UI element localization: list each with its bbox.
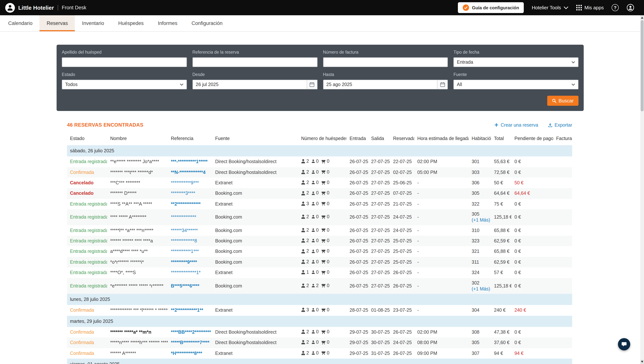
scroll-down-arrow[interactable] — [640, 360, 644, 364]
reference-link[interactable]: **2***********1** — [171, 308, 203, 313]
reservation-row[interactable]: Entrada registrada*e******* ***** ***** … — [67, 278, 572, 294]
invoice-cell — [553, 338, 572, 348]
setup-guide-button[interactable]: Guía de configuración — [458, 2, 524, 13]
adult-count: 2 — [306, 190, 309, 196]
reference-link[interactable]: **2************* — [171, 202, 201, 207]
reference-link[interactable]: ***-**********1***** — [171, 159, 208, 164]
chat-launcher-button[interactable] — [618, 338, 630, 350]
child-icon — [312, 260, 315, 264]
reference-link[interactable]: **N-*************4 — [171, 170, 206, 175]
plus-icon — [494, 123, 498, 127]
total-amount: 65,88 € — [491, 246, 512, 257]
reservation-row[interactable]: Entrada registrada****O*, ****S*********… — [67, 267, 572, 278]
scrollbar-thumb[interactable] — [641, 20, 644, 111]
booked-date: 26-07-25 — [390, 267, 414, 278]
adult-count: 2 — [306, 259, 309, 265]
reservation-row[interactable]: Entrada registrada*o*r****** ******i****… — [67, 257, 572, 268]
reservation-row[interactable]: Entrada registradaa****d**** **** *u****… — [67, 246, 572, 257]
reservation-row[interactable]: Entrada registrada****** ****** **** ***… — [67, 236, 572, 246]
status-select[interactable]: Todos — [62, 80, 187, 89]
my-apps-button[interactable]: Mis apps — [576, 5, 604, 10]
reservation-row[interactable]: Confirmada******* ***t*** ******d***N-**… — [67, 167, 572, 178]
booking-source: Direct Booking/hostalsoldirect — [212, 338, 298, 348]
reference-link[interactable]: *********9**** — [171, 260, 197, 265]
export-link[interactable]: Exportar — [548, 122, 572, 128]
reservation-row[interactable]: Confirmada************ *** *l****** * **… — [67, 305, 572, 316]
status-badge: Entrada registrada — [70, 238, 107, 244]
total-amount: 125,18 € — [491, 209, 512, 225]
search-button[interactable]: Buscar — [547, 96, 578, 106]
column-header: Factura — [553, 133, 572, 145]
eta: 02:00 PM — [414, 156, 469, 167]
help-icon[interactable]: ? — [612, 4, 619, 11]
reservation-row[interactable]: Confirmada*****n**** *****h*** ****** **… — [67, 338, 572, 348]
reference-link[interactable]: ***********1*** — [171, 249, 199, 254]
booked-date: 02-07-25 — [390, 167, 414, 178]
child-count: 0 — [316, 180, 319, 186]
hotelier-tools-menu[interactable]: Hotelier Tools — [532, 5, 568, 10]
account-icon[interactable] — [626, 4, 634, 12]
source-select[interactable]: All — [454, 80, 579, 89]
status-badge: Cancelado — [70, 191, 94, 196]
scroll-up-arrow[interactable] — [640, 15, 644, 20]
reservation-row[interactable]: Confirmada****** A*******H**********8***… — [67, 348, 572, 358]
reservation-row[interactable]: Cancelado***C*** *******************9***… — [67, 178, 572, 188]
reference-link[interactable]: ************** — [171, 215, 196, 220]
reservation-row[interactable]: Entrada registrada*****l** *a*** ***n***… — [67, 225, 572, 236]
create-reservation-link[interactable]: Crear una reserva — [494, 122, 538, 128]
tab-reservas[interactable]: Reservas — [40, 15, 75, 31]
help-glyph: ? — [614, 5, 617, 10]
date-type-select[interactable]: Entrada — [454, 57, 579, 67]
reference-link[interactable]: ******34****** — [171, 228, 198, 233]
infant-count: 0 — [327, 307, 330, 313]
guest-counts: 200 — [301, 329, 332, 335]
tab-huespedes[interactable]: Huéspedes — [111, 15, 151, 31]
reservation-row[interactable]: Entrada registrada**** ***** A**********… — [67, 209, 572, 225]
guest-counts: 200 — [301, 158, 332, 164]
guest-lastname-input[interactable] — [62, 57, 187, 67]
date-group-header: viernes, 01 agosto 2025 — [67, 358, 572, 364]
reservation-row[interactable]: Entrada registrada**e***** ******** Jo*a… — [67, 156, 572, 167]
reference-link[interactable]: *H**********8*** — [171, 350, 202, 356]
booking-source: Extranet — [212, 305, 298, 316]
reservation-row[interactable]: Entrada registrada****S **A** ***A *****… — [67, 199, 572, 210]
tab-calendario[interactable]: Calendario — [1, 15, 40, 31]
pending-amount: 0 € — [512, 257, 553, 268]
room-more-link[interactable]: (+1 Más) — [472, 218, 490, 223]
source-value: All — [457, 82, 462, 87]
scrollbar[interactable] — [640, 15, 644, 364]
tab-inventario[interactable]: Inventario — [75, 15, 111, 31]
guest-name: **** ***** A******** — [107, 209, 168, 225]
tab-informes[interactable]: Informes — [151, 15, 184, 31]
tab-configuracion[interactable]: Configuración — [184, 15, 230, 31]
checkout-date: 27-07-25 — [368, 199, 390, 210]
adult-icon — [301, 228, 305, 232]
from-calendar-button[interactable] — [306, 80, 317, 89]
reference-link[interactable]: *************8 — [171, 238, 197, 244]
reference-link[interactable]: ********3**** — [171, 191, 195, 196]
reference-link[interactable]: **************1* — [171, 270, 201, 275]
reference-link[interactable]: ****BB****2********* — [171, 330, 211, 335]
room-more-link[interactable]: (+1 Más) — [472, 286, 490, 292]
invoice-number-input[interactable] — [323, 57, 448, 67]
guest-lastname-label: Apellido del huésped — [62, 50, 187, 55]
status-badge: Confirmada — [70, 308, 94, 313]
infant-count: 0 — [327, 227, 330, 233]
guest-name: a****d**** **** *u** — [107, 246, 168, 257]
export-download-icon — [548, 122, 552, 127]
to-calendar-button[interactable] — [437, 80, 448, 89]
booking-reference-input[interactable] — [192, 57, 318, 67]
total-amount: 57 € — [491, 267, 512, 278]
reference-link[interactable]: ***********9*** — [171, 180, 199, 186]
infant-count: 0 — [327, 214, 330, 220]
to-date-input[interactable] — [323, 80, 437, 89]
reference-link[interactable]: B***5****6**** — [171, 283, 199, 288]
reservation-row[interactable]: Cancelado******* D*************3****Book… — [67, 188, 572, 199]
reservation-row[interactable]: Confirmada******* *****a* **m*n****BB***… — [67, 327, 572, 338]
guest-counts: 200 — [301, 214, 332, 220]
room-number: 303 — [469, 167, 491, 178]
from-date-input[interactable] — [193, 80, 307, 89]
reference-link[interactable]: *****B*********7**** — [171, 340, 210, 346]
infant-icon — [321, 180, 326, 184]
checkout-date: 27-07-25 — [368, 236, 390, 246]
